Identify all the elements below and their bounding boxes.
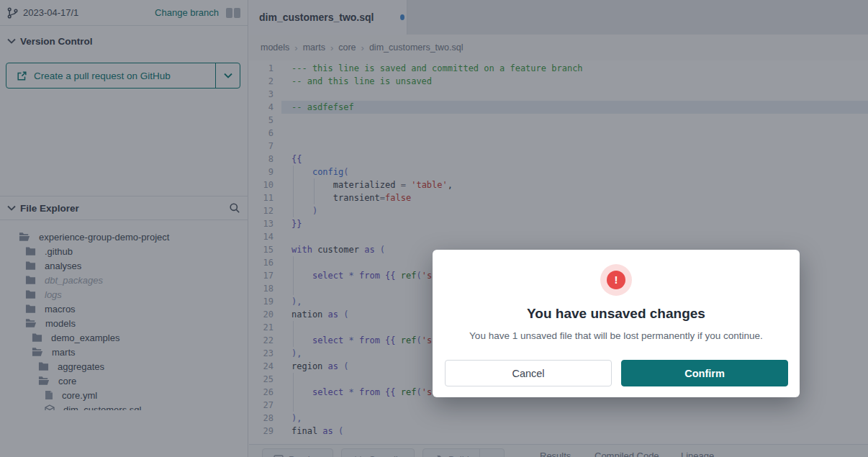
confirm-button[interactable]: Confirm (621, 360, 788, 386)
modal-title: You have unsaved changes (433, 306, 800, 322)
cancel-button[interactable]: Cancel (445, 360, 612, 386)
unsaved-changes-modal: ! You have unsaved changes You have 1 un… (433, 250, 800, 397)
modal-actions: Cancel Confirm (445, 360, 788, 386)
modal-message: You have 1 unsaved file that will be los… (433, 330, 800, 341)
dbt-cloud-ide: 2023-04-17/1 Change branch Version Contr… (0, 0, 868, 457)
warning-icon: ! (600, 264, 632, 296)
